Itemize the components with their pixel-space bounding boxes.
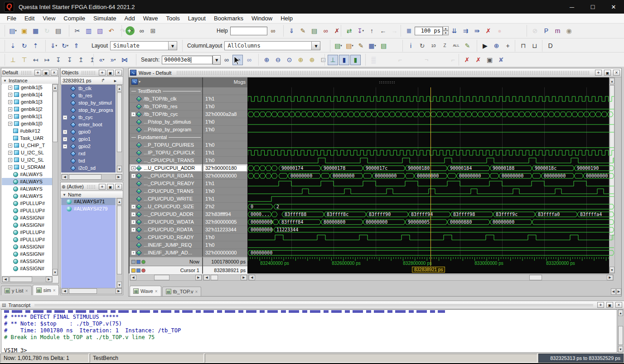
wave-signal-name[interactable]: +...U_CPU/CPUI_ADDR: [130, 164, 202, 172]
cursor-label[interactable]: Cursor 1: [180, 268, 199, 273]
instance-item[interactable]: #PULLUP#: [2, 200, 53, 207]
panel-grip[interactable]: [21, 71, 32, 74]
wave-trace-row[interactable]: 00000000: [248, 249, 614, 257]
instance-column-header[interactable]: Instance: [9, 78, 28, 83]
prev-transition-button[interactable]: ↤: [30, 55, 41, 65]
instance-item[interactable]: Task_UAR: [2, 134, 53, 142]
expander-icon[interactable]: +: [131, 212, 135, 216]
menu-edit[interactable]: Edit: [20, 14, 39, 23]
scroll-right-icon[interactable]: ▶: [116, 288, 122, 294]
wave-signal-name[interactable]: +...CPU/CPUD_RDATA: [130, 226, 202, 234]
panel-undock-button[interactable]: [107, 184, 114, 190]
restart-button[interactable]: ≣: [404, 26, 414, 36]
scroll-up-icon[interactable]: ▲: [117, 198, 122, 205]
spin-down-icon[interactable]: ▼: [443, 31, 449, 35]
expander-icon[interactable]: +: [63, 137, 67, 141]
edit-stimulus-button[interactable]: ✎: [298, 26, 308, 36]
wave-trace-row[interactable]: [248, 195, 614, 203]
expander-icon[interactable]: +: [131, 166, 135, 170]
zoom-out-button[interactable]: ⊖: [273, 55, 283, 65]
menu-bookmarks[interactable]: Bookmarks: [210, 14, 247, 23]
wave-signal-name[interactable]: ...IP_TOP/U_CPU/CLK: [130, 149, 202, 157]
wave-trace-row[interactable]: [248, 241, 614, 249]
zoom-in-on-cursor-button[interactable]: ⊕: [295, 55, 306, 65]
refresh-view-button[interactable]: ↻: [19, 41, 29, 51]
wave-title-grip[interactable]: [176, 71, 590, 75]
expander-icon[interactable]: +: [131, 112, 135, 116]
scroll-right-icon[interactable]: ▶: [241, 275, 247, 280]
maximize-button[interactable]: [582, 0, 603, 14]
wave-options-icon[interactable]: ∿: [131, 79, 138, 85]
scroll-left-icon[interactable]: ◀: [2, 277, 9, 282]
active-hscrollbar[interactable]: ◀ ▶: [61, 288, 122, 294]
find-first-button[interactable]: ⇣: [8, 41, 18, 51]
panel-grip[interactable]: [81, 71, 96, 74]
wave-tab-wave[interactable]: ▤Wave: [130, 286, 161, 296]
panel-undock-button[interactable]: [606, 302, 613, 308]
stop-sim-button[interactable]: ●: [494, 26, 505, 36]
expander-icon[interactable]: +: [8, 115, 12, 119]
zoom-mode-toggle[interactable]: ▮: [350, 55, 361, 65]
menu-view[interactable]: View: [39, 14, 59, 23]
filter-icon[interactable]: ▼: [3, 79, 7, 83]
open-file-button[interactable]: ▣: [19, 26, 29, 36]
scroll-left-icon[interactable]: ◀: [62, 174, 68, 180]
cursor-value[interactable]: 832838921 ps: [214, 268, 246, 273]
expand-time-button[interactable]: »▾: [108, 55, 118, 65]
wave-trace-row[interactable]: 02: [248, 203, 614, 211]
add-cursor-icon[interactable]: [141, 260, 145, 264]
instance-item[interactable]: #PULLUP#: [2, 229, 53, 236]
wave-group-header[interactable]: TestBench: [130, 87, 202, 95]
create-wave-button[interactable]: ▤: [309, 26, 319, 36]
wave-timeline[interactable]: 832400000 ps832600000 ps832800000 ps8330…: [248, 257, 614, 273]
object-item[interactable]: +gpio0: [61, 128, 116, 135]
object-item[interactable]: rxd: [61, 150, 116, 157]
instance-item[interactable]: #ALWAYS: [2, 178, 53, 185]
object-item[interactable]: txd: [61, 157, 116, 164]
scroll-down-icon[interactable]: ▼: [117, 282, 122, 288]
zoom-between-cursors-button[interactable]: ⊕: [307, 55, 317, 65]
menu-compile[interactable]: Compile: [59, 14, 89, 23]
panel-close-button[interactable]: [615, 302, 622, 308]
search-reverse-button[interactable]: ∞: [221, 55, 232, 65]
wave-trace-row[interactable]: 0000000083ffff84800008000000000090000005…: [248, 218, 614, 226]
instance-item[interactable]: #ALWAYS: [2, 171, 53, 178]
scroll-left-icon[interactable]: ◀: [130, 275, 136, 280]
wave-signal-name[interactable]: +..._CPU/CPUD_ADDR: [130, 211, 202, 218]
save-snapshot-button[interactable]: ▣: [484, 55, 495, 65]
wave-signal-name[interactable]: +...INE/IF_JUMP_AD...: [130, 249, 202, 257]
wave-cursor-line[interactable]: [431, 87, 431, 266]
goto-instance-button[interactable]: ⊞: [148, 26, 158, 36]
instance-item[interactable]: #ASSIGN#: [2, 221, 53, 229]
columnlayout-combo[interactable]: AllColumns ▼: [224, 41, 320, 50]
edit-format-button[interactable]: ✎: [356, 41, 366, 51]
instance-item[interactable]: #ASSIGN#: [2, 214, 53, 221]
run-length-input[interactable]: 100 ps: [415, 27, 443, 35]
wave-signal-name[interactable]: /tb_TOP/tb_clk: [130, 95, 202, 103]
find-button[interactable]: ∞: [136, 26, 147, 36]
tab-scroll-right-icon[interactable]: ▶: [616, 288, 621, 295]
next-transition-button[interactable]: ↦: [42, 55, 52, 65]
spin-up-icon[interactable]: ▲: [443, 26, 449, 31]
save-layout-button[interactable]: ▦▾: [367, 41, 377, 51]
wave-trace-row[interactable]: 0000000011223344: [248, 226, 614, 234]
menu-wave[interactable]: Wave: [139, 14, 162, 23]
objects-hscrollbar[interactable]: ◀ ▶: [61, 174, 122, 180]
menu-layout[interactable]: Layout: [184, 14, 210, 23]
cursor-mode-toggle[interactable]: ⊥: [328, 55, 338, 65]
wave-signal-name[interactable]: +..._CPU/CPUI_RDATA: [130, 172, 202, 180]
search-options-button[interactable]: ∞: [244, 55, 254, 65]
performance-profile-button[interactable]: P: [541, 26, 551, 36]
layout-rows-button[interactable]: ⊔: [529, 41, 540, 51]
expander-icon[interactable]: +: [131, 220, 135, 224]
expander-icon[interactable]: +: [63, 144, 67, 148]
now-icon-1[interactable]: [131, 260, 135, 264]
active-process-item[interactable]: #ALWAYS#71: [61, 198, 116, 205]
wave-window-titlebar[interactable]: ∿ Wave - Default: [129, 68, 621, 77]
wave-trace-row[interactable]: [248, 95, 614, 103]
instance-item[interactable]: +genblk1[4: [2, 91, 53, 98]
instance-item[interactable]: +genblk1[1: [2, 113, 53, 120]
instance-vscrollbar[interactable]: ▲ ▼: [52, 84, 58, 276]
scroll-right-icon[interactable]: ▶: [116, 174, 122, 180]
instance-item[interactable]: +U_SDRAM: [2, 163, 53, 171]
